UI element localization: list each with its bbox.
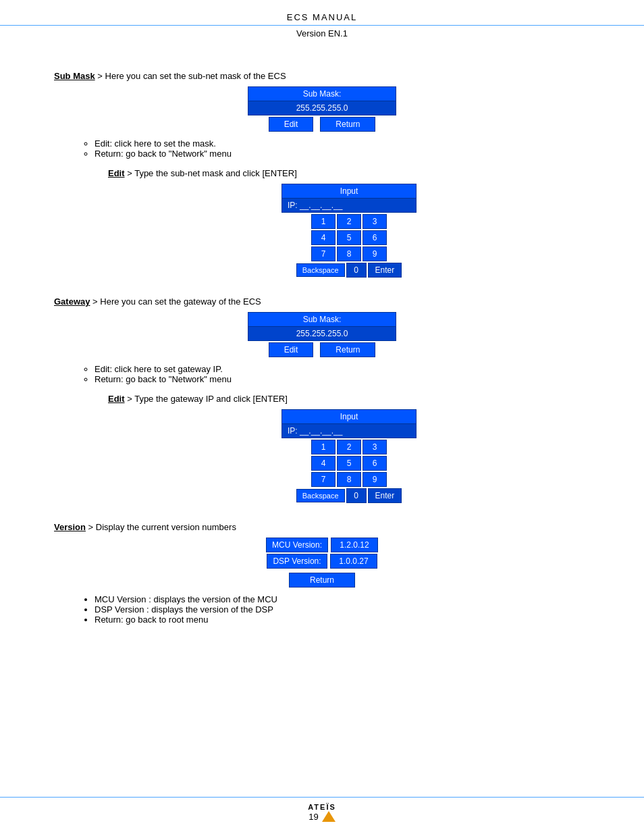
sub-mask-bullet-2: Return: go back to "Network" menu: [95, 149, 590, 159]
version-heading: Version > Display the current version nu…: [54, 522, 590, 532]
footer-arrow-icon: [322, 811, 336, 822]
gw-numpad-5[interactable]: 5: [337, 456, 361, 471]
numpad-2[interactable]: 2: [337, 214, 361, 229]
numpad-enter[interactable]: Enter: [368, 263, 402, 278]
sub-mask-numpad-bottom: Backspace 0 Enter: [296, 263, 402, 278]
manual-title: ECS MANUAL: [0, 12, 644, 22]
gateway-edit-description: > Type the gateway IP and click [ENTER]: [127, 394, 288, 404]
gw-numpad-3[interactable]: 3: [363, 440, 387, 454]
page-header: ECS MANUAL: [0, 0, 644, 26]
version-bullets: MCU Version : displays the version of th…: [95, 594, 590, 625]
sub-mask-term: Sub Mask: [54, 71, 95, 81]
gateway-edit-btn[interactable]: Edit: [269, 342, 314, 357]
gw-numpad-8[interactable]: 8: [337, 472, 361, 487]
gateway-buttons: Edit Return: [269, 342, 376, 357]
gw-numpad-1[interactable]: 1: [311, 440, 336, 454]
version-bullet-1: MCU Version : displays the version of th…: [95, 594, 590, 604]
sub-mask-bullet-1: Edit: click here to set the mask.: [95, 138, 590, 149]
gateway-title: Sub Mask:: [248, 312, 396, 327]
mcu-version-value: 1.2.0.12: [331, 538, 378, 552]
numpad-8[interactable]: 8: [337, 246, 361, 261]
sub-mask-description: > Here you can set the sub-net mask of t…: [97, 71, 286, 81]
numpad-4[interactable]: 4: [311, 230, 336, 245]
sub-mask-numpad: 1 2 3 4 5 6 7 8 9: [311, 214, 387, 261]
sub-mask-ip-row: IP: __.__.__.__: [281, 199, 417, 213]
sub-mask-return-btn[interactable]: Return: [320, 117, 375, 132]
sub-mask-edit-btn[interactable]: Edit: [269, 117, 314, 132]
gw-numpad-zero[interactable]: 0: [346, 488, 367, 503]
sub-mask-value: 255.255.255.0: [248, 101, 396, 115]
gateway-bullet-1: Edit: click here to set gateway IP.: [95, 364, 590, 374]
gateway-numpad: 1 2 3 4 5 6 7 8 9: [311, 440, 387, 487]
sub-mask-edit-heading: Edit > Type the sub-net mask and click […: [108, 168, 590, 178]
numpad-7[interactable]: 7: [311, 246, 336, 261]
sub-mask-edit-term: Edit: [108, 168, 125, 178]
version-term: Version: [54, 522, 86, 532]
main-content: Sub Mask > Here you can set the sub-net …: [0, 38, 644, 679]
numpad-backspace[interactable]: Backspace: [296, 263, 345, 277]
numpad-1[interactable]: 1: [311, 214, 336, 229]
gateway-input-title: Input: [281, 409, 417, 424]
gateway-return-btn[interactable]: Return: [320, 342, 375, 357]
numpad-9[interactable]: 9: [363, 246, 387, 261]
gw-numpad-enter[interactable]: Enter: [368, 488, 402, 503]
gw-numpad-9[interactable]: 9: [363, 472, 387, 487]
gateway-ui: Sub Mask: 255.255.255.0 Edit Return: [54, 312, 590, 357]
gw-numpad-4[interactable]: 4: [311, 456, 336, 471]
version-line: Version EN.1: [0, 28, 644, 38]
gw-numpad-2[interactable]: 2: [337, 440, 361, 454]
sub-mask-edit-subsection: Edit > Type the sub-net mask and click […: [108, 168, 590, 278]
gw-numpad-6[interactable]: 6: [363, 456, 387, 471]
gateway-bullet-2: Return: go back to "Network" menu: [95, 374, 590, 384]
gateway-value: 255.255.255.0: [248, 327, 396, 341]
gw-numpad-backspace[interactable]: Backspace: [296, 489, 345, 502]
gateway-edit-term: Edit: [108, 394, 125, 404]
sub-mask-input-ui: Input IP: __.__.__.__ 1 2 3 4 5 6 7 8 9 …: [108, 184, 590, 278]
gateway-heading: Gateway > Here you can set the gateway o…: [54, 296, 590, 307]
version-ui: MCU Version: 1.2.0.12 DSP Version: 1.0.0…: [54, 538, 590, 588]
gw-numpad-7[interactable]: 7: [311, 472, 336, 487]
sub-mask-bullets: Edit: click here to set the mask. Return…: [95, 138, 590, 159]
gateway-edit-heading: Edit > Type the gateway IP and click [EN…: [108, 394, 590, 404]
dsp-version-value: 1.0.0.27: [330, 554, 377, 569]
version-bullet-3: Return: go back to root menu: [95, 615, 590, 625]
footer-page: 19: [0, 811, 644, 822]
gateway-term: Gateway: [54, 296, 90, 307]
version-description: > Display the current version numbers: [88, 522, 236, 532]
gateway-edit-subsection: Edit > Type the gateway IP and click [EN…: [108, 394, 590, 503]
dsp-version-row: DSP Version: 1.0.0.27: [267, 554, 377, 569]
dsp-version-label: DSP Version:: [267, 554, 327, 569]
gateway-ip-row: IP: __.__.__.__: [281, 424, 417, 438]
sub-mask-buttons: Edit Return: [269, 117, 376, 132]
gateway-bullets: Edit: click here to set gateway IP. Retu…: [95, 364, 590, 384]
sub-mask-title: Sub Mask:: [248, 86, 396, 101]
page-footer: ATEÏS 19: [0, 797, 644, 822]
footer-logo: ATEÏS: [0, 803, 644, 811]
version-bullet-2: DSP Version : displays the version of th…: [95, 604, 590, 615]
sub-mask-heading: Sub Mask > Here you can set the sub-net …: [54, 71, 590, 81]
numpad-3[interactable]: 3: [363, 214, 387, 229]
gateway-description: > Here you can set the gateway of the EC…: [92, 296, 261, 307]
mcu-version-row: MCU Version: 1.2.0.12: [266, 538, 378, 552]
page-number: 19: [308, 812, 318, 822]
gateway-input-ui: Input IP: __.__.__.__ 1 2 3 4 5 6 7 8 9 …: [108, 409, 590, 503]
sub-mask-input-title: Input: [281, 184, 417, 199]
gateway-numpad-bottom: Backspace 0 Enter: [296, 488, 402, 503]
numpad-zero[interactable]: 0: [346, 263, 367, 278]
sub-mask-edit-description: > Type the sub-net mask and click [ENTER…: [127, 168, 297, 178]
version-return-btn[interactable]: Return: [289, 573, 355, 588]
numpad-5[interactable]: 5: [337, 230, 361, 245]
sub-mask-ui: Sub Mask: 255.255.255.0 Edit Return: [54, 86, 590, 132]
mcu-version-label: MCU Version:: [266, 538, 328, 552]
numpad-6[interactable]: 6: [363, 230, 387, 245]
